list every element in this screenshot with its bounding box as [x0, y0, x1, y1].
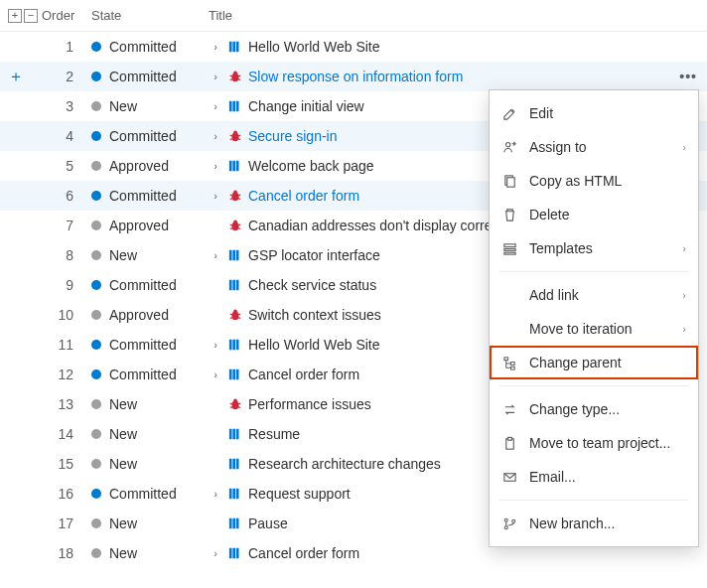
order-cell: 8 [42, 247, 91, 263]
title-cell: ›Cancel order form [209, 545, 707, 561]
expand-icon[interactable]: › [209, 547, 222, 559]
menu-item-move-to-team-project[interactable]: Move to team project... [490, 426, 698, 460]
work-item-title[interactable]: Switch context issues [248, 307, 381, 323]
expand-icon[interactable]: › [209, 100, 222, 112]
menu-item-label: Move to iteration [529, 321, 670, 337]
work-item-title[interactable]: GSP locator interface [248, 247, 380, 263]
state-dot-icon [91, 429, 101, 439]
assign-icon [501, 139, 517, 155]
state-label: Committed [109, 128, 177, 144]
order-cell: 17 [42, 515, 91, 531]
expand-icon[interactable]: › [209, 190, 222, 202]
add-child-button[interactable]: ＋ [8, 67, 24, 87]
menu-item-change-parent[interactable]: Change parent [490, 346, 698, 379]
state-cell: New [91, 426, 209, 442]
menu-item-change-type[interactable]: Change type... [490, 392, 698, 426]
menu-item-copy-as-html[interactable]: Copy as HTML [490, 164, 698, 198]
work-item-title[interactable]: Hello World Web Site [248, 39, 380, 55]
table-row[interactable]: 1Committed›Hello World Web Site [0, 32, 707, 62]
order-cell: 4 [42, 128, 91, 144]
order-cell: 6 [42, 188, 91, 204]
pbi-icon [228, 248, 242, 262]
state-label: Approved [109, 307, 169, 323]
state-label: New [109, 247, 137, 263]
state-label: New [109, 515, 137, 531]
work-item-title[interactable]: Welcome back page [248, 158, 374, 174]
menu-separator [499, 385, 688, 386]
more-actions-button[interactable]: ••• [679, 69, 697, 84]
work-item-title[interactable]: Research architecture changes [248, 456, 441, 472]
state-dot-icon [91, 459, 101, 469]
state-dot-icon [91, 250, 101, 260]
chevron-right-icon: › [682, 323, 686, 335]
state-dot-icon [91, 72, 101, 81]
order-cell: 5 [42, 158, 91, 174]
menu-item-assign-to[interactable]: Assign to› [490, 130, 698, 164]
work-item-title[interactable]: Slow response on information form [248, 69, 463, 84]
work-item-title[interactable]: Cancel order form [248, 545, 359, 561]
order-cell: 10 [42, 307, 91, 323]
pbi-icon [228, 278, 242, 292]
blank-icon [501, 321, 517, 337]
work-item-title[interactable]: Performance issues [248, 396, 371, 412]
work-item-title[interactable]: Canadian addresses don't display correct… [248, 218, 513, 233]
pbi-icon [228, 99, 242, 113]
col-header-order[interactable]: Order [42, 8, 91, 23]
menu-item-label: Add link [529, 287, 670, 303]
order-cell: 15 [42, 456, 91, 472]
work-item-title[interactable]: Check service status [248, 277, 376, 293]
grid-header: + − Order State Title [0, 0, 707, 32]
bug-icon [228, 397, 242, 411]
menu-item-email[interactable]: Email... [490, 460, 698, 494]
state-label: Approved [109, 158, 169, 174]
pbi-icon [228, 338, 242, 352]
state-label: Approved [109, 218, 169, 233]
delete-icon [501, 207, 517, 222]
bug-icon [228, 308, 242, 322]
state-label: Committed [109, 188, 177, 204]
work-item-title[interactable]: Resume [248, 426, 300, 442]
order-cell: 7 [42, 218, 91, 233]
col-header-state[interactable]: State [91, 8, 209, 23]
work-item-title[interactable]: Request support [248, 486, 351, 502]
state-dot-icon [91, 280, 101, 290]
menu-item-edit[interactable]: Edit [490, 96, 698, 130]
expand-all-button[interactable]: + [8, 9, 22, 23]
work-item-title[interactable]: Hello World Web Site [248, 337, 380, 353]
expand-icon[interactable]: › [209, 249, 222, 261]
work-item-title[interactable]: Cancel order form [248, 188, 359, 204]
mail-icon [501, 469, 517, 485]
expand-icon[interactable]: › [209, 339, 222, 351]
work-item-title[interactable]: Pause [248, 515, 288, 531]
table-row[interactable]: ＋2Committed›Slow response on information… [0, 62, 707, 91]
work-item-title[interactable]: Change initial view [248, 98, 364, 114]
order-cell: 1 [42, 39, 91, 55]
pbi-icon [228, 487, 242, 501]
work-item-title[interactable]: Secure sign-in [248, 128, 338, 144]
expand-icon[interactable]: › [209, 488, 222, 500]
state-dot-icon [91, 191, 101, 201]
menu-item-new-branch[interactable]: New branch... [490, 507, 698, 540]
expand-icon[interactable]: › [209, 71, 222, 82]
order-cell: 14 [42, 426, 91, 442]
order-cell: 9 [42, 277, 91, 293]
context-menu: EditAssign to›Copy as HTMLDeleteTemplate… [489, 89, 699, 547]
state-cell: Committed [91, 277, 209, 293]
pbi-icon [228, 546, 242, 560]
expand-icon[interactable]: › [209, 41, 222, 53]
state-label: New [109, 545, 137, 561]
expand-icon[interactable]: › [209, 160, 222, 172]
menu-item-label: New branch... [529, 515, 686, 531]
menu-item-delete[interactable]: Delete [490, 198, 698, 231]
edit-icon [501, 105, 517, 121]
expand-icon[interactable]: › [209, 130, 222, 142]
state-cell: Committed [91, 188, 209, 204]
menu-item-add-link[interactable]: Add link› [490, 278, 698, 312]
menu-item-templates[interactable]: Templates› [490, 231, 698, 265]
collapse-all-button[interactable]: − [24, 9, 38, 23]
menu-item-move-to-iteration[interactable]: Move to iteration› [490, 312, 698, 346]
expand-icon[interactable]: › [209, 368, 222, 380]
col-header-title[interactable]: Title [209, 8, 707, 23]
state-cell: Committed [91, 69, 209, 84]
work-item-title[interactable]: Cancel order form [248, 367, 359, 382]
